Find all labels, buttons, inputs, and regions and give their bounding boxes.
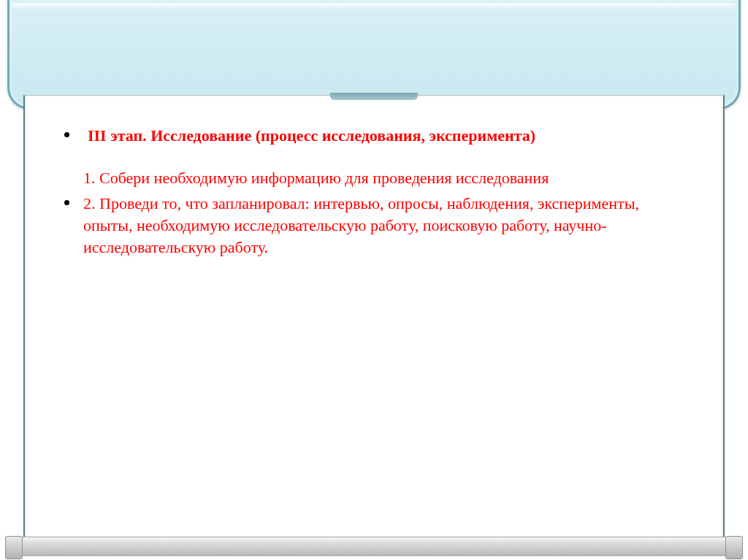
slide-board: III этап. Исследование (процесс исследов… <box>23 95 725 538</box>
list-item: 2. Проведи то, что запланировал: интервь… <box>60 193 688 258</box>
point-2: 2. Проведи то, что запланировал: интервь… <box>83 194 639 256</box>
board-notch <box>330 93 418 100</box>
bullet-icon <box>64 132 69 137</box>
stage-heading: III этап. Исследование (процесс исследов… <box>88 126 535 145</box>
slide-content: III этап. Исследование (процесс исследов… <box>25 96 723 277</box>
list-item: III этап. Исследование (процесс исследов… <box>60 125 688 188</box>
bullet-list: III этап. Исследование (процесс исследов… <box>60 125 688 258</box>
bottom-rail <box>9 537 739 556</box>
point-1: 1. Собери необходимую информацию для про… <box>83 167 688 189</box>
bullet-icon <box>64 200 69 205</box>
